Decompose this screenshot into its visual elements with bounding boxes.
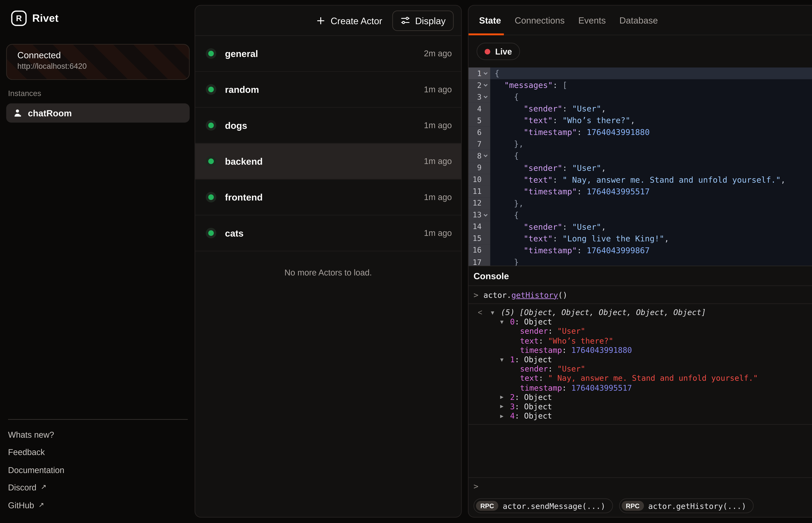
editor-gutter: 6: [468, 127, 490, 138]
console-token-cplain: :: [539, 374, 548, 383]
console-output-row[interactable]: ▶3: Object: [468, 402, 812, 411]
token-num: 1764043995517: [587, 187, 650, 196]
sidebar-link-label: Whats new?: [8, 430, 54, 439]
console-input-row[interactable]: >: [468, 477, 812, 494]
token-brace: }: [514, 258, 519, 266]
actor-row-dogs[interactable]: dogs1m ago: [195, 108, 461, 144]
editor-lines: 1{2"messages": [3{4"sender": "User",5"te…: [468, 68, 812, 266]
editor-gutter: 1: [468, 68, 490, 79]
sidebar-link-github[interactable]: GitHub↗: [8, 497, 188, 514]
code-line-5[interactable]: 5"text": "Who’s there?",: [468, 115, 812, 127]
code-line-9[interactable]: 9"sender": "User",: [468, 162, 812, 174]
tab-database[interactable]: Database: [619, 15, 658, 25]
code-line-17[interactable]: 17}: [468, 256, 812, 266]
sidebar-link-discord[interactable]: Discord↗: [8, 479, 188, 497]
console-token-cidx: 1: [510, 355, 515, 364]
actor-row-random[interactable]: random1m ago: [195, 72, 461, 108]
tab-connections[interactable]: Connections: [515, 15, 565, 25]
code-line-1[interactable]: 1{: [468, 68, 812, 79]
console-token-ckey: timestamp: [520, 383, 562, 392]
code-line-10[interactable]: 10"text": " Nay, answer me. Stand and un…: [468, 174, 812, 185]
status-dot-icon: [208, 123, 214, 128]
line-number: 10: [468, 175, 482, 184]
console-output-row[interactable]: ▶4: Object: [468, 411, 812, 420]
tab-events[interactable]: Events: [578, 15, 606, 25]
code-line-12[interactable]: 12},: [468, 197, 812, 209]
sidebar-link-documentation[interactable]: Documentation: [8, 461, 188, 479]
tab-strip: StateConnectionsEventsDatabase: [479, 15, 658, 25]
sidebar-item-chatroom[interactable]: chatRoom: [6, 103, 190, 123]
person-icon: [13, 108, 22, 118]
console-token-cnum: 1764043991880: [571, 345, 632, 355]
editor-gutter: 11: [468, 185, 490, 197]
fold-chevron-icon[interactable]: [482, 71, 490, 76]
console-header[interactable]: Console: [468, 266, 812, 286]
code-line-13[interactable]: 13{: [468, 209, 812, 221]
code-content: "text": " Nay, answer me. Stand and unfo…: [490, 174, 812, 185]
rpc-button-actor-sendmessage[interactable]: RPCactor.sendMessage(...): [473, 498, 613, 513]
code-line-8[interactable]: 8{: [468, 150, 812, 162]
actor-row-backend[interactable]: backend1m ago: [195, 144, 461, 179]
create-actor-button[interactable]: Create Actor: [316, 15, 382, 25]
console-token-cnum: 1764043995517: [571, 383, 632, 392]
console-title: Console: [473, 271, 509, 281]
code-line-3[interactable]: 3{: [468, 91, 812, 103]
console-output-row[interactable]: <▼(5) [Object, Object, Object, Object, O…: [468, 308, 812, 317]
external-link-icon: ↗: [38, 501, 44, 509]
actor-row-cats[interactable]: cats1m ago: [195, 215, 461, 251]
sidebar-link-whats-new[interactable]: Whats new?: [8, 426, 188, 444]
triangle-closed-icon[interactable]: ▶: [500, 413, 510, 419]
console-token-ckey: text: [520, 374, 539, 383]
console-command: actor.getHistory(): [483, 290, 567, 299]
actor-last-seen: 1m ago: [424, 193, 452, 202]
editor-gutter: 17: [468, 256, 490, 266]
tab-state[interactable]: State: [479, 15, 501, 25]
code-line-7[interactable]: 7},: [468, 138, 812, 150]
triangle-open-icon[interactable]: ▼: [491, 309, 501, 315]
console-token-cstr: "User": [557, 364, 585, 374]
token-num: 1764043999867: [587, 246, 650, 255]
console-output-row: timestamp: 1764043991880: [468, 345, 812, 355]
code-line-2[interactable]: 2"messages": [: [468, 79, 812, 91]
console-token-csum: (5) [Object, Object, Object, Object, Obj…: [501, 308, 706, 317]
state-toolbar: Live: [468, 35, 812, 68]
code-content: "timestamp": 1764043991880: [490, 127, 812, 138]
fold-chevron-icon[interactable]: [482, 94, 490, 100]
console-output-row[interactable]: ▶2: Object: [468, 392, 812, 402]
rpc-button-actor-gethistory[interactable]: RPCactor.getHistory(...): [619, 498, 754, 513]
line-number: 14: [468, 222, 482, 231]
console-token-cplain: :: [562, 383, 571, 392]
sidebar-link-feedback[interactable]: Feedback: [8, 444, 188, 461]
fold-chevron-icon[interactable]: [482, 153, 490, 159]
code-content: {: [490, 209, 812, 221]
line-number: 5: [468, 116, 482, 125]
actor-row-frontend[interactable]: frontend1m ago: [195, 180, 461, 215]
actor-row-general[interactable]: general2m ago: [195, 36, 461, 72]
fold-chevron-icon[interactable]: [482, 212, 490, 218]
command-cplain: actor.: [483, 290, 512, 299]
display-button[interactable]: Display: [392, 10, 454, 31]
triangle-closed-icon[interactable]: ▶: [500, 394, 510, 400]
sidebar-link-label: GitHub: [8, 501, 34, 510]
console-token-ckey: timestamp: [520, 345, 562, 355]
console-history-entry[interactable]: > actor.getHistory(): [468, 286, 812, 304]
code-line-15[interactable]: 15"text": "Long live the King!",: [468, 233, 812, 245]
live-toggle[interactable]: Live: [477, 43, 520, 60]
editor-gutter: 16: [468, 245, 490, 256]
code-line-4[interactable]: 4"sender": "User",: [468, 103, 812, 115]
triangle-open-icon[interactable]: ▼: [500, 319, 510, 325]
console-output-row[interactable]: ▼0: Object: [468, 317, 812, 327]
fold-chevron-icon[interactable]: [482, 83, 490, 88]
code-line-16[interactable]: 16"timestamp": 1764043999867: [468, 245, 812, 256]
rivet-logo-icon: R: [11, 11, 27, 26]
console-token-cidx: 3: [510, 402, 515, 411]
code-line-6[interactable]: 6"timestamp": 1764043991880: [468, 127, 812, 138]
code-line-11[interactable]: 11"timestamp": 1764043995517: [468, 185, 812, 197]
triangle-open-icon[interactable]: ▼: [500, 356, 510, 362]
return-icon: <: [478, 308, 486, 317]
triangle-closed-icon[interactable]: ▶: [500, 403, 510, 410]
code-line-14[interactable]: 14"sender": "User",: [468, 221, 812, 233]
state-json-editor[interactable]: 1{2"messages": [3{4"sender": "User",5"te…: [468, 68, 812, 266]
brand: R Rivet: [11, 11, 58, 26]
console-output-row[interactable]: ▼1: Object: [468, 355, 812, 364]
